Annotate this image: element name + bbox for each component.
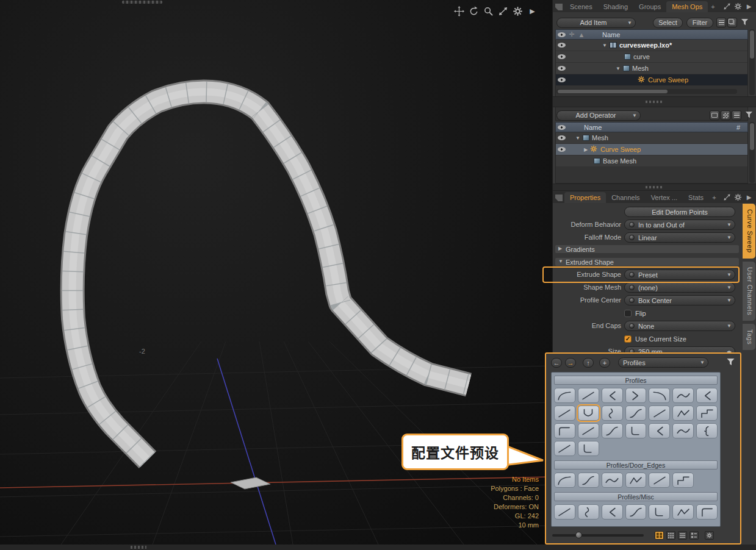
tab-scenes[interactable]: Scenes <box>564 1 598 12</box>
grid-view-icon[interactable] <box>721 110 730 120</box>
viewport-menu-arrow-icon[interactable]: ▶ <box>527 6 538 16</box>
viewport-settings-gear-icon[interactable] <box>513 6 523 16</box>
back-arrow-icon[interactable]: ← <box>551 358 562 368</box>
bottom-scroll-strip[interactable] <box>0 545 756 550</box>
preset-thumb-s-curve[interactable] <box>625 405 647 421</box>
preset-path-dropdown[interactable]: Profiles ▼ <box>618 357 708 368</box>
operator-row-mesh[interactable]: ▼ Mesh <box>556 132 747 144</box>
deform-behavior-dropdown[interactable]: In to and Out of ▼ <box>624 220 735 230</box>
profile-center-dropdown[interactable]: Box Center ▼ <box>624 295 735 305</box>
expand-triangle-icon[interactable]: ▼ <box>575 135 581 141</box>
tab-channels[interactable]: Channels <box>606 192 645 203</box>
preset-thumb-brace[interactable] <box>696 423 718 438</box>
select-button[interactable]: Select <box>653 18 683 28</box>
preset-thumb-hook[interactable] <box>625 423 647 438</box>
preset-thumb-zigzag[interactable] <box>672 405 694 421</box>
rotate-tool-icon[interactable] <box>469 6 479 16</box>
operator-list-vscrollbar[interactable] <box>749 122 755 183</box>
preset-thumb-wave[interactable] <box>672 423 694 438</box>
visibility-eye-icon[interactable] <box>558 147 566 152</box>
small-grid-view-icon[interactable] <box>666 531 675 540</box>
add-tab-button[interactable]: + <box>708 1 718 12</box>
preset-thumb-step[interactable] <box>672 473 694 488</box>
extrude-shape-dropdown[interactable]: Preset ▼ <box>624 270 735 280</box>
preset-thumb-zigzag[interactable] <box>672 504 694 520</box>
panel-grip[interactable] <box>122 1 162 4</box>
operator-filter-funnel-icon[interactable] <box>745 111 753 120</box>
visibility-eye-icon[interactable] <box>558 77 566 82</box>
shape-mesh-dropdown[interactable]: (none) ▼ <box>624 282 735 293</box>
maximize-panel-icon[interactable] <box>723 2 731 10</box>
list-options-icon[interactable] <box>716 18 726 27</box>
add-tab-button[interactable]: + <box>709 192 719 203</box>
preset-thumb-diagonal[interactable] <box>578 423 599 438</box>
preset-thumb-arc[interactable] <box>554 388 575 403</box>
preset-thumb-diagonal[interactable] <box>554 405 575 421</box>
stack-view-icon[interactable] <box>732 110 741 120</box>
preset-thumb-hook[interactable] <box>649 504 670 520</box>
preset-thumb-hook[interactable] <box>578 441 599 456</box>
add-path-icon[interactable]: + <box>599 358 610 368</box>
preset-thumb-angle-left[interactable] <box>602 388 623 403</box>
layer-view-icon[interactable] <box>727 18 737 27</box>
preset-thumb-corner[interactable] <box>554 423 575 438</box>
add-operator-dropdown[interactable]: Add Operator ▼ <box>556 110 641 121</box>
use-current-size-checkbox[interactable]: ✓ <box>624 335 632 343</box>
panel-corner-icon[interactable] <box>555 4 563 10</box>
thumbnail-size-slider[interactable] <box>552 534 644 537</box>
preset-thumb-cup[interactable] <box>578 405 599 421</box>
item-row-scene[interactable]: ▼ curvesweep.lxo* <box>556 40 747 51</box>
preset-thumb-diagonal[interactable] <box>578 388 599 403</box>
preset-thumb-s-curve[interactable] <box>578 473 599 488</box>
tab-shading[interactable]: Shading <box>598 1 633 12</box>
expand-triangle-icon[interactable]: ▼ <box>616 66 622 71</box>
preset-section-header[interactable]: Profiles/Misc <box>554 492 718 501</box>
preset-thumb-step[interactable] <box>696 405 718 421</box>
falloff-mode-dropdown[interactable]: Linear ▼ <box>624 232 735 243</box>
expand-triangle-icon[interactable]: ▼ <box>602 43 608 48</box>
preset-thumb-corner[interactable] <box>696 504 718 520</box>
gradients-section-header[interactable]: ▶ Gradients <box>555 245 739 253</box>
preset-thumb-angle-right[interactable] <box>625 388 647 403</box>
edit-deform-points-button[interactable]: Edit Deform Points <box>624 207 735 217</box>
panel-settings-gear-icon[interactable] <box>734 2 742 10</box>
detail-view-icon[interactable] <box>689 531 699 540</box>
preset-section-header[interactable]: Profiles <box>554 376 718 385</box>
solo-view-icon[interactable] <box>710 110 719 120</box>
panel-divider[interactable] <box>553 96 756 107</box>
preset-thumb-diagonal[interactable] <box>649 473 670 488</box>
item-row-mesh[interactable]: ▼ Mesh <box>556 63 747 74</box>
preset-thumb-wave[interactable] <box>672 388 694 403</box>
add-item-dropdown[interactable]: Add Item ▼ <box>556 18 636 28</box>
maximize-panel-icon[interactable] <box>723 193 731 201</box>
item-row-curve-sweep[interactable]: Curve Sweep <box>556 74 747 86</box>
panel-menu-arrow-icon[interactable]: ▶ <box>745 193 753 201</box>
panel-settings-gear-icon[interactable] <box>734 193 742 201</box>
preset-thumb-s-curve[interactable] <box>625 504 647 520</box>
preset-thumb-arc[interactable] <box>554 473 575 488</box>
preset-thumb-diagonal[interactable] <box>554 504 575 520</box>
panel-corner-icon[interactable] <box>555 195 563 201</box>
preset-filter-funnel-icon[interactable] <box>726 358 735 368</box>
maximize-viewport-icon[interactable] <box>498 6 508 16</box>
side-tab-tags[interactable]: Tags <box>743 324 755 350</box>
visibility-eye-icon[interactable] <box>558 66 566 71</box>
preset-thumb-zigzag[interactable] <box>625 473 647 488</box>
up-directory-icon[interactable]: ↑ <box>583 358 594 368</box>
operator-row-curve-sweep[interactable]: ▶ Curve Sweep <box>556 144 747 155</box>
extruded-shape-section-header[interactable]: ▼ Extruded Shape <box>555 258 739 266</box>
visibility-eye-icon[interactable] <box>558 54 566 59</box>
thumbnail-view-icon[interactable] <box>655 531 664 540</box>
preset-thumb-angle-left[interactable] <box>696 388 718 403</box>
preset-thumb-squiggle[interactable] <box>602 405 623 421</box>
preset-thumb-arc-flip[interactable] <box>649 388 670 403</box>
browser-settings-gear-icon[interactable] <box>705 531 714 540</box>
preset-thumb-diagonal[interactable] <box>554 441 575 456</box>
preset-thumb-diagonal[interactable] <box>649 405 670 421</box>
tab-properties[interactable]: Properties <box>564 192 606 203</box>
filter-button[interactable]: Filter <box>686 18 713 28</box>
tab-stats[interactable]: Stats <box>683 192 709 203</box>
collapse-triangle-icon[interactable]: ▶ <box>584 147 590 152</box>
list-view-icon[interactable] <box>678 531 687 540</box>
preset-thumb-squiggle[interactable] <box>578 504 599 520</box>
